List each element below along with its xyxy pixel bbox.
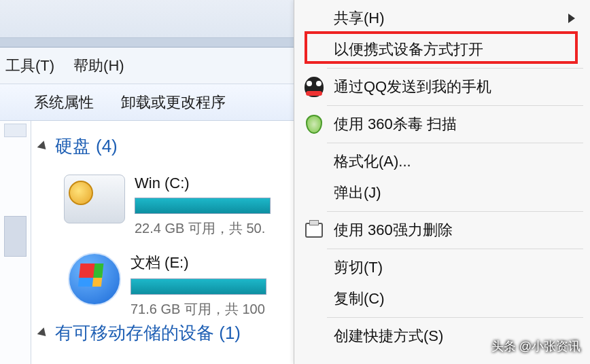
menu-help[interactable]: 帮助(H) [73,56,124,76]
ctx-cut[interactable]: 剪切(T) [294,252,590,283]
toolbar-uninstall-program[interactable]: 卸载或更改程序 [121,92,226,113]
qq-icon [304,77,324,97]
ctx-label: 格式化(A)... [334,151,411,172]
scroll-up-button[interactable] [4,124,27,137]
drive-name: Win (C:) [135,175,271,192]
menu-bar: 工具(T) 帮助(H) [0,48,294,84]
usage-fill [135,198,270,213]
ctx-separator [327,211,583,212]
ctx-separator [327,68,583,69]
expand-icon [37,141,50,153]
menu-tools[interactable]: 工具(T) [5,56,54,76]
ctx-qq-send[interactable]: 通过QQ发送到我的手机 [294,71,590,103]
explorer-window: 工具(T) 帮助(H) 系统属性 卸载或更改程序 硬盘 (4) Win (C:) [0,0,294,364]
drive-e[interactable]: 文档 (E:) 71.6 GB 可用，共 100 [64,253,294,318]
section-label: 硬盘 [55,134,90,158]
ctx-label: 使用 360杀毒 扫描 [334,114,457,134]
ctx-label: 剪切(T) [334,257,383,278]
explorer-toolbar: 系统属性 卸载或更改程序 [0,84,294,121]
printer-icon [304,220,324,240]
ctx-label: 共享(H) [334,8,385,29]
ctx-eject[interactable]: 弹出(J) [294,177,590,208]
ctx-separator [327,143,583,143]
ctx-label: 复制(C) [334,289,385,309]
ctx-label: 创建快捷方式(S) [334,326,443,346]
drive-info: Win (C:) 22.4 GB 可用，共 50. [135,175,271,238]
watermark: 头条 @小张资讯 [491,338,580,354]
ctx-label: 通过QQ发送到我的手机 [334,77,491,97]
ctx-share[interactable]: 共享(H) [294,3,590,34]
usage-text: 71.6 GB 可用，共 100 [131,300,266,318]
ctx-format[interactable]: 格式化(A)... [294,146,590,177]
address-bar-strip [0,38,294,48]
section-label: 有可移动存储的设备 (1) [55,321,241,345]
toolbar-system-properties[interactable]: 系统属性 [34,92,94,113]
nav-scrollbar[interactable] [0,121,31,364]
drive-name: 文档 (E:) [131,253,266,273]
ctx-label: 使用 360强力删除 [334,220,453,240]
usage-bar [131,278,266,295]
usage-bar [135,198,271,214]
expand-icon [37,327,50,340]
explorer-content: 硬盘 (4) Win (C:) 22.4 GB 可用，共 50. 文档 (E:) [0,121,294,364]
context-menu: 共享(H) 以便携式设备方式打开 通过QQ发送到我的手机 使用 360杀毒 扫描… [294,0,590,364]
submenu-arrow-icon [568,14,575,23]
drive-info: 文档 (E:) 71.6 GB 可用，共 100 [131,253,266,318]
ctx-separator [327,317,583,318]
drive-c[interactable]: Win (C:) 22.4 GB 可用，共 50. [64,175,294,238]
ctx-open-portable-device[interactable]: 以便携式设备方式打开 [294,34,590,65]
shield-icon [304,114,324,134]
usage-text: 22.4 GB 可用，共 50. [135,219,271,238]
section-hard-disks[interactable]: 硬盘 (4) [39,134,294,158]
scroll-thumb[interactable] [4,216,27,257]
usage-fill [131,279,266,294]
drives-panel: 硬盘 (4) Win (C:) 22.4 GB 可用，共 50. 文档 (E:) [31,121,294,364]
section-count: (4) [96,136,118,157]
windows-logo-icon [68,253,121,306]
section-removable[interactable]: 有可移动存储的设备 (1) [39,321,241,345]
window-titlebar [0,0,294,38]
ctx-separator [327,249,583,249]
ctx-360-scan[interactable]: 使用 360杀毒 扫描 [294,109,590,140]
ctx-copy[interactable]: 复制(C) [294,283,590,314]
ctx-label: 弹出(J) [334,183,381,203]
ctx-label: 以便携式设备方式打开 [334,39,483,60]
ctx-360-force-delete[interactable]: 使用 360强力删除 [294,215,590,246]
ctx-separator [327,105,583,106]
hard-drive-icon [64,175,125,223]
